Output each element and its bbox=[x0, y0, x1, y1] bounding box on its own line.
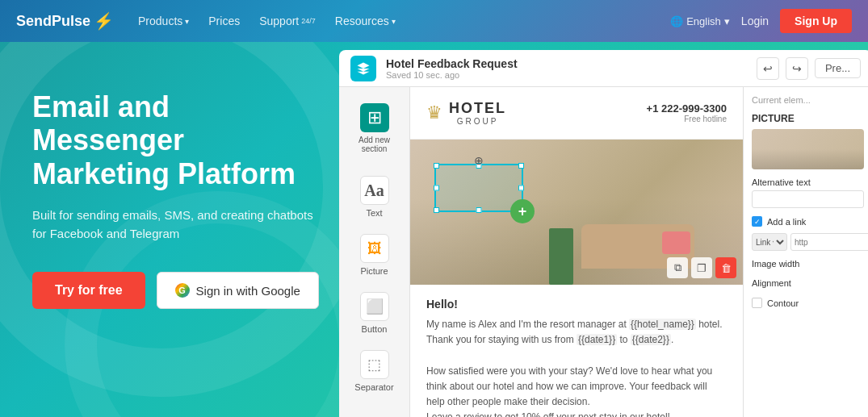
logo-text: SendPulse bbox=[16, 13, 90, 30]
contour-checkbox[interactable] bbox=[752, 298, 762, 308]
email-line1: My name is Alex and I'm the resort manag… bbox=[426, 319, 723, 417]
undo-button[interactable]: ↩ bbox=[757, 57, 779, 80]
editor-saved-status: Saved 10 sec. ago bbox=[386, 70, 747, 80]
chevron-down-icon: ▾ bbox=[724, 15, 730, 27]
editor-title-area: Hotel Feedback Request Saved 10 sec. ago bbox=[386, 57, 747, 80]
editor-logo bbox=[350, 56, 376, 81]
add-section-icon: ⊞ bbox=[360, 103, 389, 132]
picture-tool-icon: 🖼 bbox=[360, 234, 389, 263]
nav-links: Products ▾ Prices Support24/7 Resources … bbox=[138, 15, 670, 27]
nav-prices[interactable]: Prices bbox=[208, 15, 240, 27]
navbar: SendPulse⚡ Products ▾ Prices Support24/7… bbox=[0, 0, 868, 42]
move-icon: ⊕ bbox=[474, 154, 484, 167]
handle-bottom-center[interactable] bbox=[476, 207, 482, 213]
google-signin-button[interactable]: G Sign in with Google bbox=[157, 272, 319, 309]
current-element-label: Current elem... bbox=[752, 95, 864, 105]
email-header: ♛ HOTEL GROUP +1 222-999-3300 Free hotli… bbox=[410, 87, 743, 140]
selection-handles bbox=[434, 163, 524, 213]
link-row: Link ▾ bbox=[752, 233, 864, 251]
image-width-label: Image width bbox=[752, 259, 864, 269]
text-tool-icon: Aa bbox=[360, 176, 389, 205]
link-type-select[interactable]: Link ▾ bbox=[752, 233, 787, 251]
logo-icon: ⚡ bbox=[94, 11, 114, 31]
tool-add-section[interactable]: ⊞ Add newsection bbox=[346, 95, 404, 161]
picture-thumbnail bbox=[752, 129, 864, 169]
editor-preview: Hotel Feedback Request Saved 10 sec. ago… bbox=[339, 42, 868, 417]
image-actions: ⧉ ❐ 🗑 bbox=[667, 257, 736, 278]
chevron-down-icon: ▾ bbox=[185, 17, 189, 26]
image-duplicate-button[interactable]: ❐ bbox=[691, 257, 712, 278]
add-section-label: Add newsection bbox=[359, 136, 390, 153]
image-delete-button[interactable]: 🗑 bbox=[715, 257, 736, 278]
nav-right: 🌐 English ▾ Login Sign Up bbox=[670, 9, 852, 33]
nav-resources[interactable]: Resources ▾ bbox=[335, 15, 396, 27]
hotel-contact: +1 222-999-3300 Free hotline bbox=[647, 102, 727, 123]
picture-section-label: PICTURE bbox=[752, 113, 864, 124]
contour-row: Contour bbox=[752, 298, 864, 308]
hotel-phone: +1 222-999-3300 bbox=[647, 102, 727, 115]
globe-icon: 🌐 bbox=[670, 15, 683, 27]
hero-buttons: Try for free G Sign in with Google bbox=[32, 272, 315, 309]
add-link-checkbox[interactable]: ✓ bbox=[752, 216, 762, 227]
nav-support[interactable]: Support24/7 bbox=[259, 15, 316, 27]
language-selector[interactable]: 🌐 English ▾ bbox=[670, 15, 730, 27]
alignment-label: Alignment bbox=[752, 278, 864, 288]
handle-top-left[interactable] bbox=[434, 163, 439, 169]
editor-topbar-actions: ↩ ↪ Pre... bbox=[757, 57, 861, 80]
chevron-down-icon: ▾ bbox=[392, 17, 396, 26]
alt-text-label: Alternative text bbox=[752, 177, 864, 187]
add-link-row: ✓ Add a link bbox=[752, 216, 864, 227]
email-content: ♛ HOTEL GROUP +1 222-999-3300 Free hotli… bbox=[410, 87, 743, 417]
handle-middle-left[interactable] bbox=[434, 186, 439, 191]
signup-button[interactable]: Sign Up bbox=[780, 9, 852, 33]
email-body-content: My name is Alex and I'm the resort manag… bbox=[426, 317, 727, 417]
tool-text-label: Text bbox=[366, 208, 382, 218]
room-plant-decoration bbox=[549, 228, 573, 285]
crown-icon: ♛ bbox=[426, 102, 442, 123]
hotel-hotline: Free hotline bbox=[647, 115, 727, 123]
try-free-button[interactable]: Try for free bbox=[32, 272, 145, 309]
tool-picture-label: Picture bbox=[360, 266, 388, 276]
hero-section: Email and Messenger Marketing Platform B… bbox=[0, 42, 868, 417]
room-pillow-decoration bbox=[662, 231, 690, 254]
login-button[interactable]: Login bbox=[741, 15, 769, 27]
hotel-logo: ♛ HOTEL GROUP bbox=[426, 100, 506, 126]
link-url-input[interactable] bbox=[790, 233, 868, 251]
email-image-area: ⊕ + ⧉ ❐ 🗑 bbox=[410, 140, 743, 285]
editor-container: Hotel Feedback Request Saved 10 sec. ago… bbox=[339, 50, 868, 417]
hotel-group: GROUP bbox=[449, 117, 506, 126]
tool-separator[interactable]: ⬚ Separator bbox=[346, 344, 404, 398]
add-link-label: Add a link bbox=[767, 217, 806, 227]
tool-button-label: Button bbox=[362, 324, 388, 334]
editor-doc-title: Hotel Feedback Request bbox=[386, 57, 747, 70]
image-selection-box[interactable]: ⊕ + bbox=[434, 164, 523, 212]
editor-tools: ⊞ Add newsection Aa Text 🖼 Picture ⬜ But… bbox=[339, 87, 410, 417]
google-icon: G bbox=[175, 283, 190, 298]
add-element-button[interactable]: + bbox=[510, 199, 535, 223]
hotel-name-block: HOTEL GROUP bbox=[449, 100, 506, 126]
handle-bottom-left[interactable] bbox=[434, 207, 439, 213]
tool-button[interactable]: ⬜ Button bbox=[346, 286, 404, 340]
tool-text[interactable]: Aa Text bbox=[346, 169, 404, 224]
separator-tool-icon: ⬚ bbox=[360, 350, 389, 379]
image-copy-button[interactable]: ⧉ bbox=[667, 257, 688, 278]
handle-top-right[interactable] bbox=[518, 163, 524, 169]
contour-label: Contour bbox=[767, 298, 799, 308]
logo[interactable]: SendPulse⚡ bbox=[16, 11, 114, 31]
hero-title: Email and Messenger Marketing Platform bbox=[32, 90, 315, 190]
preview-button[interactable]: Pre... bbox=[815, 58, 861, 78]
editor-right-panel: Current elem... PICTURE Alternative text… bbox=[743, 87, 868, 417]
email-body-text: Hello! My name is Alex and I'm the resor… bbox=[410, 285, 743, 417]
email-greeting: Hello! bbox=[426, 298, 727, 311]
hero-subtitle: Built for sending emails, SMS, and creat… bbox=[32, 206, 315, 243]
handle-middle-right[interactable] bbox=[518, 186, 524, 191]
tool-picture[interactable]: 🖼 Picture bbox=[346, 227, 404, 282]
tool-separator-label: Separator bbox=[354, 382, 393, 392]
hotel-name: HOTEL bbox=[449, 100, 506, 117]
alt-text-input[interactable] bbox=[752, 190, 864, 208]
button-tool-icon: ⬜ bbox=[360, 292, 389, 321]
email-canvas: ♛ HOTEL GROUP +1 222-999-3300 Free hotli… bbox=[410, 87, 743, 417]
hero-left: Email and Messenger Marketing Platform B… bbox=[0, 42, 339, 417]
nav-products[interactable]: Products ▾ bbox=[138, 15, 189, 27]
redo-button[interactable]: ↪ bbox=[786, 57, 808, 80]
